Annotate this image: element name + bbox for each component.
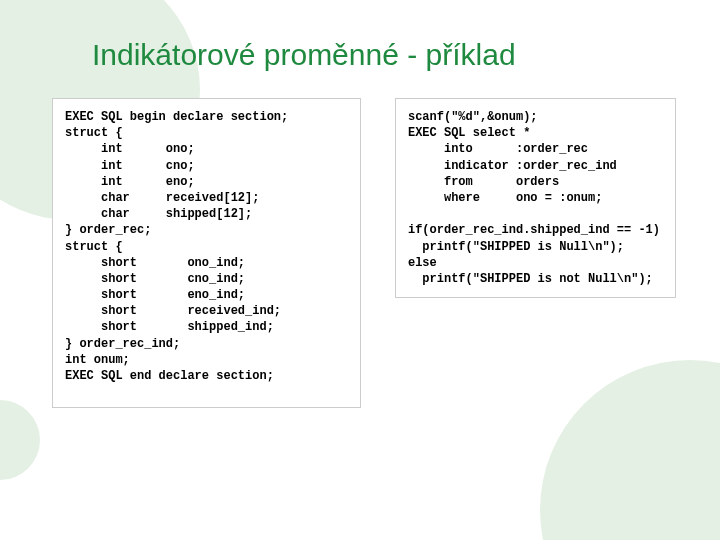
code-block-right: scanf("%d",&onum); EXEC SQL select * int… (395, 98, 676, 298)
code-block-left: EXEC SQL begin declare section; struct {… (52, 98, 361, 408)
bg-circle-left (0, 400, 40, 480)
content-row: EXEC SQL begin declare section; struct {… (0, 72, 720, 408)
slide-title: Indikátorové proměnné - příklad (0, 0, 720, 72)
